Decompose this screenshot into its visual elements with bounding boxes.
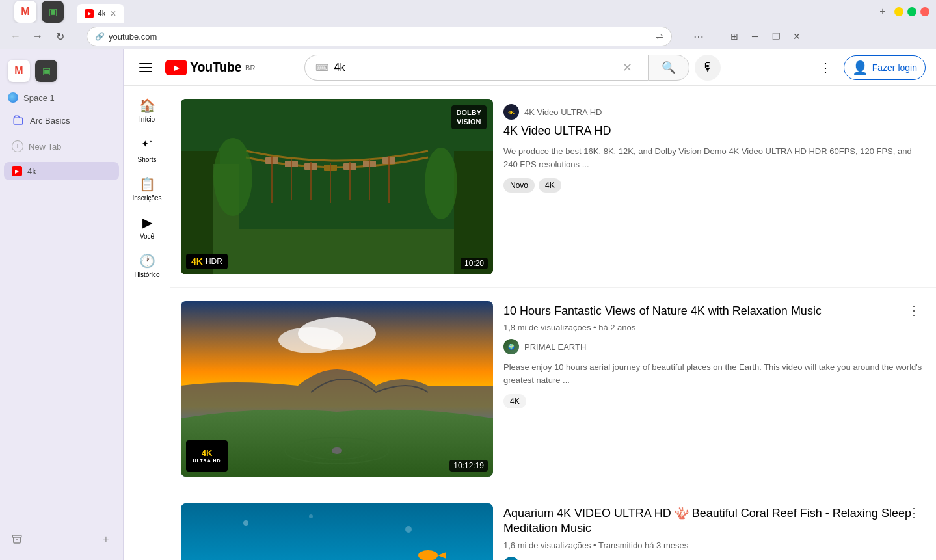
lock-icon: 🔗	[95, 32, 105, 41]
channel-avatar-1[interactable]: 4K	[503, 104, 519, 120]
svg-point-32	[243, 520, 248, 526]
svg-rect-1	[12, 535, 21, 537]
svg-rect-6	[454, 151, 493, 274]
channel-avatar-text-2: 🌍	[508, 344, 515, 350]
channel-name-1[interactable]: 4K Video ULTRA HD	[524, 107, 602, 117]
video-thumbnail-1[interactable]: DOLBYVISION 4K HDR 10:20	[181, 99, 493, 274]
arc-space-icon	[8, 92, 18, 103]
nav-history[interactable]: 🕐 Histórico	[126, 248, 168, 284]
channel-row-3: 🐠 Marine Melodies	[503, 557, 926, 560]
svg-point-22	[213, 138, 252, 216]
channel-row-2: 🌍 PRIMAL EARTH	[503, 339, 926, 354]
tag-4k-2[interactable]: 4K	[503, 394, 526, 408]
signin-button[interactable]: 👤 Fazer login	[844, 55, 926, 80]
video-info-2: 10 Hours Fantastic Views of Nature 4K wi…	[503, 301, 926, 477]
channel-row-1: 4K 4K Video ULTRA HD	[503, 104, 926, 120]
search-input[interactable]	[334, 62, 617, 73]
other-app-icon[interactable]: ▣	[42, 1, 64, 23]
nature-svg	[181, 301, 493, 477]
nav-you[interactable]: ▶ Você	[126, 209, 168, 245]
tag-novo[interactable]: Novo	[503, 178, 535, 193]
close-title-button[interactable]: ✕	[788, 27, 806, 46]
channel-avatar-3[interactable]: 🐠	[503, 557, 519, 560]
history-label: Histórico	[135, 271, 160, 278]
video-meta-2: 1,8 mi de visualizações • há 2 anos	[503, 323, 926, 332]
search-input-wrap[interactable]: ⌨ ✕	[304, 55, 648, 81]
new-tab-button[interactable]: +	[874, 3, 892, 21]
youtube-layout: YouTube BR ⌨ ✕ 🔍 🎙 ⋮ 👤 Fa	[124, 49, 936, 560]
video-duration-2: 10:12:19	[449, 460, 488, 472]
video-thumbnail-2[interactable]: 4K ULTRA HD 10:12:19	[181, 301, 493, 477]
subscriptions-label: Inscrições	[133, 194, 162, 202]
video-title-3[interactable]: Aquarium 4K VIDEO ULTRA HD 🪸 Beautiful C…	[503, 506, 926, 537]
channel-name-2[interactable]: PRIMAL EARTH	[524, 342, 586, 352]
arc-archive-button[interactable]	[8, 530, 26, 548]
svg-rect-0	[14, 118, 23, 124]
svg-point-33	[309, 514, 313, 518]
youtube-logo[interactable]: YouTube BR	[165, 60, 255, 75]
channel-avatar-2[interactable]: 🌍	[503, 339, 519, 354]
arc-new-tab-button[interactable]: + New Tab	[4, 137, 119, 156]
tune-icon[interactable]: ⇌	[656, 31, 663, 42]
voice-search-button[interactable]: 🎙	[695, 55, 721, 81]
home-icon: 🏠	[139, 98, 155, 113]
youtube-country-badge: BR	[245, 64, 255, 72]
gmail-app-icon[interactable]: M	[14, 1, 36, 23]
youtube-logo-icon	[165, 60, 187, 75]
maximize-button[interactable]	[907, 7, 916, 16]
nav-subscriptions[interactable]: 📋 Inscrições	[126, 171, 168, 207]
arc-add-tab-button[interactable]: +	[97, 530, 115, 548]
address-bar[interactable]: 🔗 youtube.com ⇌	[87, 27, 672, 46]
channel-avatar-text-1: 4K	[508, 109, 515, 115]
ultrahd-text: ULTRA HD	[193, 459, 221, 463]
arc-basics-item[interactable]: Arc Basics	[4, 110, 119, 131]
video-thumbnail-3[interactable]	[181, 503, 493, 560]
arc-4k-tab-item[interactable]: 4k	[4, 162, 119, 180]
video-more-button-2[interactable]: ⋮	[902, 299, 926, 322]
restore-title-button[interactable]: ❐	[767, 27, 785, 46]
youtube-more-button[interactable]: ⋮	[812, 55, 838, 81]
youtube-header: YouTube BR ⌨ ✕ 🔍 🎙 ⋮ 👤 Fa	[124, 49, 936, 86]
more-button[interactable]: ⋯	[689, 27, 708, 46]
minimize-title-button[interactable]: ─	[746, 27, 764, 46]
tag-4k-1[interactable]: 4K	[539, 178, 561, 193]
tab-close-button[interactable]: ✕	[110, 9, 116, 18]
pinned-apps: M ▣	[7, 0, 72, 27]
arc-4k-label: 4k	[27, 167, 36, 176]
video-card-3: Aquarium 4K VIDEO ULTRA HD 🪸 Beautiful C…	[170, 490, 936, 560]
forward-button[interactable]: →	[29, 27, 47, 46]
dolby-vision-badge: DOLBYVISION	[451, 105, 487, 129]
back-button[interactable]: ←	[7, 27, 25, 46]
keyboard-icon[interactable]: ⌨	[315, 62, 328, 73]
person-icon: 👤	[852, 60, 868, 75]
address-bar-row: ← → ↻ 🔗 youtube.com ⇌ ⋯ ⊞ ─ ❐ ✕	[0, 23, 936, 49]
video-meta-3: 1,6 mi de visualizações • Transmitido há…	[503, 540, 926, 550]
youtube-menu-button[interactable]	[134, 58, 157, 77]
minimize-button[interactable]	[894, 7, 903, 16]
4k-ultrahd-box: 4K ULTRA HD	[186, 440, 228, 472]
nav-shorts[interactable]: Shorts	[126, 131, 168, 168]
arc-new-tab-label: New Tab	[29, 142, 61, 152]
video-info-1: 4K 4K Video ULTRA HD 4K Video ULTRA HD W…	[503, 99, 926, 274]
video-card-1: DOLBYVISION 4K HDR 10:20	[170, 86, 936, 288]
search-submit-button[interactable]: 🔍	[648, 55, 689, 81]
reload-button[interactable]: ↻	[51, 27, 69, 46]
tab-title-label: 4k	[98, 9, 106, 18]
video-title-2[interactable]: 10 Hours Fantastic Views of Nature 4K wi…	[503, 304, 926, 319]
sidebar-toggle-button[interactable]: ⊞	[725, 27, 743, 46]
youtube-content-area: 🏠 Início Shorts 📋 Inscrições ▶	[124, 86, 936, 560]
nav-home[interactable]: 🏠 Início	[126, 92, 168, 128]
video-title-1[interactable]: 4K Video ULTRA HD	[503, 124, 926, 139]
video-desc-1: We produce the best 16K, 8K, 12K, and Do…	[503, 145, 926, 170]
4k-text: 4K	[202, 449, 213, 457]
svg-point-34	[405, 526, 412, 533]
arc-app2-icon[interactable]: ▣	[35, 60, 57, 82]
active-tab[interactable]: ▶ 4k ✕	[77, 4, 124, 23]
video-tags-2: 4K	[503, 394, 926, 408]
close-window-button[interactable]	[920, 7, 929, 16]
url-text: youtube.com	[109, 32, 652, 42]
video-more-button-3[interactable]: ⋮	[902, 501, 926, 524]
video-duration-1: 10:20	[461, 258, 488, 269]
search-clear-button[interactable]: ✕	[617, 60, 637, 75]
arc-gmail-icon[interactable]: M	[8, 60, 30, 82]
